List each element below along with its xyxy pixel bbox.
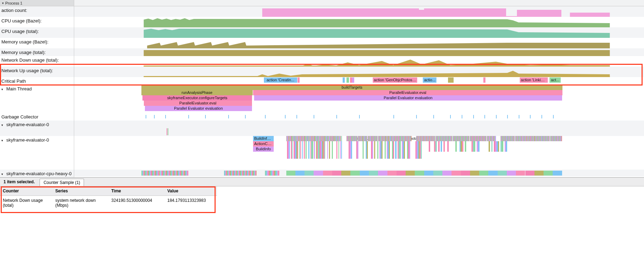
flame-sliver[interactable] xyxy=(478,141,479,152)
flame-sliver[interactable] xyxy=(292,141,293,159)
track-net-down[interactable]: Network Down usage (total): xyxy=(0,56,644,67)
track-lane[interactable]: BuildInfo ...ActionConti...BuildInfostag… xyxy=(74,136,644,170)
flame-sliver[interactable] xyxy=(409,141,410,159)
flame-block[interactable]: buildTargets xyxy=(141,85,562,90)
flame-sliver[interactable] xyxy=(438,141,440,152)
flame-block[interactable]: Parallel Evaluator evaluation xyxy=(254,95,562,101)
flame-sliver[interactable] xyxy=(433,171,442,176)
flame-sliver[interactable] xyxy=(406,171,415,176)
chevron-down-icon[interactable]: ▾ xyxy=(1,88,5,91)
track-cpu-bazel[interactable]: CPU usage (Bazel): xyxy=(0,17,644,27)
flame-sliver[interactable] xyxy=(329,141,330,159)
flame-block[interactable] xyxy=(298,77,300,83)
flame-sliver[interactable] xyxy=(489,141,490,152)
flame-sliver[interactable] xyxy=(525,171,534,176)
flame-block[interactable]: ActionConti... xyxy=(253,141,274,146)
track-lane[interactable] xyxy=(74,38,644,48)
track-main-thread[interactable]: ▾Main Thread buildTargetsrunAnalysisPhas… xyxy=(0,85,644,113)
flame-sliver[interactable] xyxy=(306,141,307,159)
flame-sliver[interactable] xyxy=(451,171,461,176)
track-lane[interactable]: buildTargetsrunAnalysisPhaseParallelEval… xyxy=(74,85,644,113)
flame-sliver[interactable] xyxy=(369,171,378,176)
flame-block[interactable] xyxy=(346,77,349,83)
table-row[interactable]: Network Down usage (total) system networ… xyxy=(0,196,217,210)
flame-sliver[interactable] xyxy=(372,141,373,159)
track-skyframe-cpu-heavy-0[interactable]: ▾skyframe-evaluator-cpu-heavy-0 xyxy=(0,170,644,177)
flame-sliver[interactable] xyxy=(498,141,499,152)
flame-sliver[interactable] xyxy=(367,141,368,159)
flame-sliver[interactable] xyxy=(421,141,422,159)
track-skyframe-evaluator-0-a[interactable]: ▾skyframe-evaluator-0 xyxy=(0,121,644,136)
flame-sliver[interactable] xyxy=(491,141,493,152)
col-value[interactable]: Value xyxy=(164,186,217,196)
flame-sliver[interactable] xyxy=(336,141,337,159)
flame-sliver[interactable] xyxy=(553,171,562,176)
track-action-count[interactable]: action count: xyxy=(0,6,644,17)
track-lane[interactable] xyxy=(74,170,644,177)
flame-sliver[interactable] xyxy=(461,171,470,176)
flame-sliver[interactable] xyxy=(544,171,553,176)
flame-sliver[interactable] xyxy=(295,171,304,176)
flame-block[interactable]: Parallel Evaluator evaluation xyxy=(145,106,252,111)
track-lane[interactable] xyxy=(74,113,644,121)
track-net-up[interactable]: Network Up usage (total): xyxy=(0,67,644,77)
flame-sliver[interactable] xyxy=(302,141,303,159)
flame-sliver[interactable] xyxy=(534,171,544,176)
flame-block[interactable] xyxy=(352,77,354,83)
track-lane[interactable] xyxy=(74,56,644,67)
flame-sliver[interactable] xyxy=(455,141,457,152)
flame-sliver[interactable] xyxy=(435,141,437,152)
track-lane[interactable] xyxy=(74,121,644,136)
track-mem-total[interactable]: Memory usage (total): xyxy=(0,48,644,56)
flame-sliver[interactable] xyxy=(442,171,451,176)
flame-sliver[interactable] xyxy=(374,141,375,159)
flame-sliver[interactable] xyxy=(382,141,383,159)
flame-block[interactable]: ParallelEvaluator.eval xyxy=(253,90,562,95)
flame-block[interactable]: BuildInfo xyxy=(253,146,274,152)
flame-sliver[interactable] xyxy=(357,141,358,159)
flame-sliver[interactable] xyxy=(363,141,364,159)
flame-sliver[interactable] xyxy=(327,141,328,159)
flame-sliver[interactable] xyxy=(304,141,305,159)
flame-sliver[interactable] xyxy=(324,141,326,159)
flame-sliver[interactable] xyxy=(404,141,405,159)
flame-sliver[interactable] xyxy=(387,171,397,176)
flame-sliver[interactable] xyxy=(350,171,359,176)
track-critical-path[interactable]: Critical Path action 'Creatin...action '… xyxy=(0,77,644,85)
flame-sliver[interactable] xyxy=(385,141,386,159)
flame-sliver[interactable] xyxy=(507,171,516,176)
flame-sliver[interactable] xyxy=(341,171,350,176)
flame-block[interactable]: skyframeExecutor.configureTargets xyxy=(142,95,252,101)
track-lane[interactable] xyxy=(74,67,644,77)
flame-block[interactable]: action 'Creatin... xyxy=(264,77,297,83)
flame-block[interactable]: action 'GenObjcProtos video/... xyxy=(373,77,417,83)
flame-block[interactable]: BuildInfo ... xyxy=(253,136,274,141)
track-skyframe-evaluator-0-b[interactable]: ▾skyframe-evaluator-0 BuildInfo ...Actio… xyxy=(0,136,644,170)
flame-sliver[interactable] xyxy=(389,141,390,159)
flame-sliver[interactable] xyxy=(447,141,449,152)
track-cpu-total[interactable]: CPU usage (total): xyxy=(0,27,644,38)
flame-sliver[interactable] xyxy=(289,141,290,159)
flame-sliver[interactable] xyxy=(304,171,314,176)
flame-block[interactable] xyxy=(343,77,345,83)
flame-sliver[interactable] xyxy=(479,171,488,176)
flame-sliver[interactable] xyxy=(415,171,424,176)
flame-block[interactable] xyxy=(448,77,454,83)
flame-sliver[interactable] xyxy=(377,141,378,159)
flame-sliver[interactable] xyxy=(400,141,401,159)
chevron-down-icon[interactable]: ▾ xyxy=(1,123,5,127)
flame-sliver[interactable] xyxy=(488,171,497,176)
flame-sliver[interactable] xyxy=(360,171,369,176)
flame-sliver[interactable] xyxy=(395,141,396,159)
flame-sliver[interactable] xyxy=(314,171,323,176)
flame-sliver[interactable] xyxy=(188,171,188,176)
flame-sliver[interactable] xyxy=(298,141,299,159)
flame-sliver[interactable] xyxy=(502,141,503,152)
flame-block[interactable]: act... xyxy=(550,77,561,83)
col-time[interactable]: Time xyxy=(108,186,164,196)
flame-sliver[interactable] xyxy=(312,141,313,159)
col-counter[interactable]: Counter xyxy=(0,186,52,196)
selection-tab-counter-sample[interactable]: Counter Sample (1) xyxy=(40,179,84,186)
flame-block[interactable]: ParallelEvaluator.eval xyxy=(144,101,252,106)
flame-sliver[interactable] xyxy=(341,141,342,159)
